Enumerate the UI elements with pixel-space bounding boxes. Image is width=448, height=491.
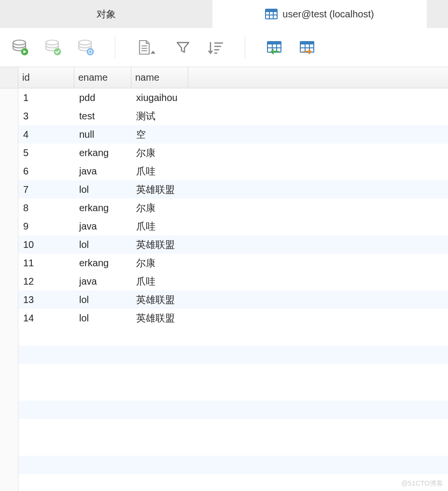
cell-name[interactable]: 尔康 xyxy=(131,202,448,215)
row-gutter xyxy=(0,217,18,235)
cell-name[interactable]: 爪哇 xyxy=(131,275,448,288)
toolbar-separator xyxy=(245,36,245,58)
column-header-id[interactable]: id xyxy=(18,67,74,88)
table-row[interactable]: 7lol英雄联盟 xyxy=(0,180,448,199)
cell-ename[interactable]: lol xyxy=(74,184,131,195)
row-gutter xyxy=(0,199,18,217)
svg-rect-25 xyxy=(300,42,314,44)
cell-name[interactable]: 英雄联盟 xyxy=(131,238,448,251)
cell-ename[interactable]: java xyxy=(74,221,131,232)
cell-ename[interactable]: erkang xyxy=(74,258,131,269)
cell-ename[interactable]: lol xyxy=(74,239,131,250)
table-row[interactable]: 6java爪哇 xyxy=(0,162,448,180)
row-gutter xyxy=(0,309,18,327)
row-gutter-header xyxy=(0,67,18,88)
cell-id[interactable]: 7 xyxy=(18,184,74,195)
document-button[interactable] xyxy=(135,38,160,57)
tab-user-table[interactable]: user@test (localhost) xyxy=(212,0,427,28)
cell-ename[interactable]: pdd xyxy=(74,92,131,103)
row-gutter xyxy=(0,144,18,162)
row-gutter xyxy=(0,346,18,364)
svg-point-7 xyxy=(46,40,58,45)
cell-ename[interactable]: java xyxy=(74,276,131,287)
cell-name[interactable]: 爪哇 xyxy=(131,165,448,178)
table-row[interactable]: 3test测试 xyxy=(0,107,448,125)
svg-rect-1 xyxy=(266,9,277,12)
cell-ename[interactable]: java xyxy=(74,166,131,177)
cell-id[interactable]: 5 xyxy=(18,147,74,159)
import-button[interactable] xyxy=(265,38,284,57)
row-gutter xyxy=(0,327,18,346)
table-row-empty xyxy=(0,437,448,456)
row-gutter xyxy=(0,364,18,382)
table-row[interactable]: 14lol英雄联盟 xyxy=(0,309,448,327)
table-row[interactable]: 13lol英雄联盟 xyxy=(0,290,448,309)
cell-ename[interactable]: test xyxy=(74,111,131,122)
cell-name[interactable]: 尔康 xyxy=(131,257,448,270)
toolbar-separator xyxy=(115,36,115,58)
row-gutter xyxy=(0,456,18,474)
column-header-name[interactable]: name xyxy=(131,67,188,88)
cell-id[interactable]: 3 xyxy=(18,111,74,122)
table-row[interactable]: 10lol英雄联盟 xyxy=(0,235,448,254)
data-grid[interactable]: 1pddxiugaihou3test测试4null空5erkang尔康6java… xyxy=(0,88,448,491)
table-row[interactable]: 12java爪哇 xyxy=(0,272,448,290)
cell-name[interactable]: 爪哇 xyxy=(131,220,448,233)
svg-point-9 xyxy=(79,40,91,45)
svg-point-10 xyxy=(87,48,94,56)
cell-id[interactable]: 8 xyxy=(18,202,74,214)
cell-name[interactable]: 英雄联盟 xyxy=(131,312,448,325)
row-gutter xyxy=(0,125,18,144)
row-gutter xyxy=(0,401,18,419)
cell-ename[interactable]: lol xyxy=(74,294,131,305)
table-row[interactable]: 5erkang尔康 xyxy=(0,144,448,162)
cell-ename[interactable]: erkang xyxy=(74,202,131,214)
sort-button[interactable] xyxy=(206,38,225,57)
cell-ename[interactable]: erkang xyxy=(74,147,131,159)
commit-button[interactable] xyxy=(43,38,63,57)
cell-id[interactable]: 9 xyxy=(18,221,74,232)
cell-ename[interactable]: lol xyxy=(74,313,131,324)
column-label: id xyxy=(22,72,30,83)
table-row-empty xyxy=(0,327,448,346)
column-label: name xyxy=(135,72,159,83)
row-gutter xyxy=(0,107,18,125)
cell-id[interactable]: 10 xyxy=(18,239,74,250)
toolbar xyxy=(0,28,448,67)
tab-objects[interactable]: 对象 xyxy=(0,0,212,28)
table-row[interactable]: 8erkang尔康 xyxy=(0,199,448,217)
cell-ename[interactable]: null xyxy=(74,129,131,140)
cell-id[interactable]: 6 xyxy=(18,166,74,177)
table-row-empty xyxy=(0,419,448,437)
cell-id[interactable]: 11 xyxy=(18,258,74,269)
column-header-row: id ename name xyxy=(0,67,448,88)
cell-name[interactable]: 测试 xyxy=(131,110,448,123)
table-row[interactable]: 11erkang尔康 xyxy=(0,254,448,272)
cell-id[interactable]: 13 xyxy=(18,294,74,305)
cell-id[interactable]: 1 xyxy=(18,92,74,103)
table-row[interactable]: 4null空 xyxy=(0,125,448,144)
row-gutter xyxy=(0,162,18,180)
tab-bar-blank xyxy=(427,0,448,28)
cell-name[interactable]: 英雄联盟 xyxy=(131,293,448,306)
cell-name[interactable]: 英雄联盟 xyxy=(131,183,448,196)
refresh-button[interactable] xyxy=(76,38,96,57)
table-row-empty xyxy=(0,382,448,401)
table-icon xyxy=(265,8,278,20)
row-gutter xyxy=(0,88,18,107)
cell-id[interactable]: 14 xyxy=(18,313,74,324)
row-gutter xyxy=(0,474,18,491)
table-row[interactable]: 1pddxiugaihou xyxy=(0,88,448,107)
tab-label: 对象 xyxy=(97,8,116,21)
column-header-ename[interactable]: ename xyxy=(74,67,131,88)
cell-id[interactable]: 4 xyxy=(18,129,74,140)
cell-name[interactable]: 尔康 xyxy=(131,146,448,159)
export-button[interactable] xyxy=(297,38,317,57)
cell-name[interactable]: 空 xyxy=(131,128,448,141)
table-row[interactable]: 9java爪哇 xyxy=(0,217,448,235)
cell-id[interactable]: 12 xyxy=(18,276,74,287)
cell-name[interactable]: xiugaihou xyxy=(131,92,448,103)
filter-button[interactable] xyxy=(173,38,193,57)
run-query-button[interactable] xyxy=(11,38,30,57)
column-header-blank xyxy=(188,67,448,88)
